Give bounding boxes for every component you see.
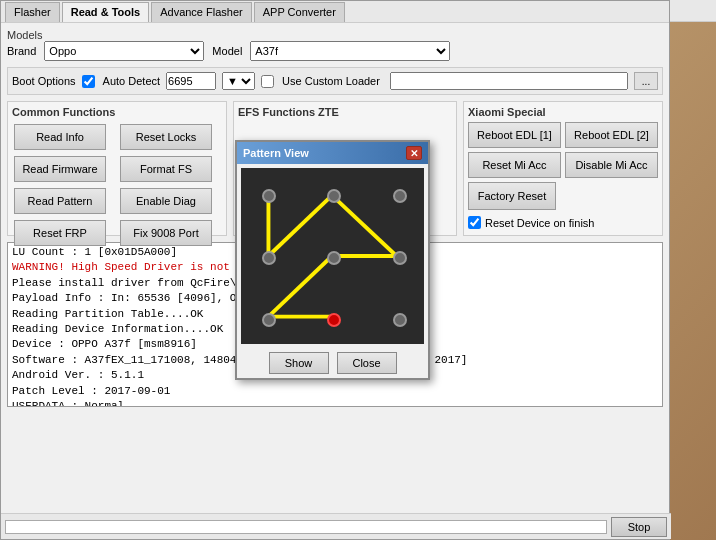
brand-label: Brand (7, 45, 36, 57)
pattern-dot-2 (327, 189, 341, 203)
models-row: Brand Oppo Model A37f (7, 41, 663, 61)
fix-9008-port-button[interactable]: Fix 9008 Port (120, 220, 212, 246)
efs-functions-header: EFS Functions ZTE (238, 106, 452, 118)
auto-detect-checkbox[interactable] (82, 75, 95, 88)
pattern-dot-1 (262, 189, 276, 203)
tab-flasher[interactable]: Flasher (5, 2, 60, 22)
pattern-dot-6 (393, 251, 407, 265)
log-line: USERDATA : Normal (12, 399, 658, 407)
auto-detect-label: Auto Detect (103, 75, 160, 87)
boot-options: Boot Options Auto Detect ▼ Use Custom Lo… (7, 67, 663, 95)
common-functions-panel: Common Functions Read Info Reset Locks R… (7, 101, 227, 236)
svg-line-2 (268, 195, 332, 256)
port-input[interactable] (166, 72, 216, 90)
use-custom-loader-checkbox[interactable] (261, 75, 274, 88)
dialog-footer: Show Close (237, 348, 428, 378)
use-custom-loader-label: Use Custom Loader (282, 75, 380, 87)
read-firmware-button[interactable]: Read Firmware (14, 156, 106, 182)
show-button[interactable]: Show (269, 352, 329, 374)
reset-frp-button[interactable]: Reset FRP (14, 220, 106, 246)
reboot-edl-1-button[interactable]: Reboot EDL [1] (468, 122, 561, 148)
dialog-title: Pattern View (243, 147, 309, 159)
close-button[interactable]: Close (337, 352, 397, 374)
port-select[interactable]: ▼ (222, 72, 255, 90)
svg-line-5 (268, 256, 332, 317)
models-label: Models (7, 29, 42, 41)
xiaomi-special-panel: Xiaomi Special Reboot EDL [1] Reboot EDL… (463, 101, 663, 236)
model-label: Model (212, 45, 242, 57)
dialog-title-bar: Pattern View ✕ (237, 142, 428, 164)
log-line: Patch Level : 2017-09-01 (12, 384, 658, 399)
progress-bar (5, 520, 607, 534)
boot-options-label: Boot Options (12, 75, 76, 87)
enable-diag-button[interactable]: Enable Diag (120, 188, 212, 214)
xiaomi-special-header: Xiaomi Special (468, 106, 658, 118)
read-pattern-button[interactable]: Read Pattern (14, 188, 106, 214)
pattern-view-dialog: Pattern View ✕ Show Close (235, 140, 430, 380)
reset-locks-button[interactable]: Reset Locks (120, 124, 212, 150)
factory-reset-button[interactable]: Factory Reset (468, 182, 556, 210)
stop-button[interactable]: Stop (611, 517, 667, 537)
browse-button[interactable]: ... (634, 72, 658, 90)
pattern-dot-3 (393, 189, 407, 203)
reset-mi-acc-button[interactable]: Reset Mi Acc (468, 152, 561, 178)
reset-device-label: Reset Device on finish (485, 217, 594, 229)
read-info-button[interactable]: Read Info (14, 124, 106, 150)
tab-bar: Flasher Read & Tools Advance Flasher APP… (1, 1, 669, 23)
reboot-edl-2-button[interactable]: Reboot EDL [2] (565, 122, 658, 148)
tab-app-converter[interactable]: APP Converter (254, 2, 345, 22)
pattern-dot-8 (327, 313, 341, 327)
reset-device-checkbox[interactable] (468, 216, 481, 229)
models-section: Models Brand Oppo Model A37f (7, 29, 663, 61)
tab-read-tools[interactable]: Read & Tools (62, 2, 149, 22)
tab-advance-flasher[interactable]: Advance Flasher (151, 2, 252, 22)
pattern-dot-9 (393, 313, 407, 327)
pattern-dot-7 (262, 313, 276, 327)
pattern-dot-5 (327, 251, 341, 265)
reset-device-row: Reset Device on finish (468, 216, 658, 229)
model-select[interactable]: A37f (250, 41, 450, 61)
svg-line-3 (332, 195, 397, 256)
dialog-body (241, 168, 424, 344)
common-functions-header: Common Functions (12, 106, 222, 118)
disable-mi-acc-button[interactable]: Disable Mi Acc (565, 152, 658, 178)
bottom-bar: Stop (1, 513, 671, 539)
common-functions-grid: Read Info Reset Locks Read Firmware Form… (12, 122, 222, 248)
format-fs-button[interactable]: Format FS (120, 156, 212, 182)
xiaomi-btn-grid: Reboot EDL [1] Reboot EDL [2] Reset Mi A… (468, 122, 658, 178)
dialog-close-button[interactable]: ✕ (406, 146, 422, 160)
pattern-dot-4 (262, 251, 276, 265)
custom-loader-input[interactable] (390, 72, 628, 90)
brand-select[interactable]: Oppo (44, 41, 204, 61)
